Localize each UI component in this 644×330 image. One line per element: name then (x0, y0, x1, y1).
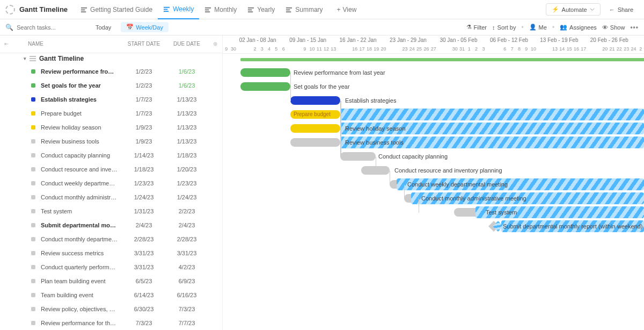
task-row[interactable]: Review performance for the last 6 ...7/3… (0, 316, 222, 330)
task-due-date[interactable]: 1/6/23 (165, 82, 208, 89)
task-start-date[interactable]: 3/31/23 (122, 250, 165, 256)
collapse-icon[interactable]: ⇤ (0, 41, 13, 47)
task-due-date[interactable]: 1/23/23 (165, 180, 208, 186)
task-row[interactable]: Review business tools1/9/231/13/23 (0, 134, 222, 148)
task-start-date[interactable]: 2/28/23 (122, 236, 165, 242)
task-row[interactable]: Set goals for the year1/2/231/6/23 (0, 78, 222, 92)
search-box[interactable]: 🔍 (5, 24, 86, 31)
task-row[interactable]: Review performance from last year1/2/231… (0, 64, 222, 78)
tab-summary[interactable]: Summary (280, 0, 328, 19)
add-column-button[interactable]: ⊕ (208, 41, 222, 47)
task-row[interactable]: Conduct capacity planning1/14/231/18/23 (0, 148, 222, 162)
task-start-date[interactable]: 1/7/23 (122, 96, 165, 103)
task-due-date[interactable]: 1/13/23 (165, 96, 208, 103)
task-row[interactable]: Review policy, objectives, and busi...6/… (0, 302, 222, 316)
col-due-header[interactable]: Due Date (165, 41, 208, 47)
task-name[interactable]: Conduct resource and inventory pl... (41, 166, 122, 173)
gantt-bar[interactable] (290, 124, 340, 133)
task-start-date[interactable]: 1/14/23 (122, 152, 165, 159)
task-name[interactable]: Plan team building event (41, 278, 122, 284)
tab-weekly[interactable]: Weekly (158, 0, 199, 19)
task-due-date[interactable]: 3/31/23 (165, 250, 208, 256)
task-due-date[interactable]: 1/6/23 (165, 68, 208, 75)
task-due-date[interactable]: 7/7/23 (165, 320, 208, 326)
task-name[interactable]: Conduct weekly departmental me... (41, 180, 122, 186)
task-due-date[interactable]: 1/18/23 (165, 152, 208, 159)
show-button[interactable]: 👁Show (602, 24, 625, 31)
filter-button[interactable]: ⚗Filter (466, 24, 487, 31)
task-row[interactable]: Conduct monthly departmental m...2/28/23… (0, 232, 222, 246)
task-start-date[interactable]: 1/7/23 (122, 110, 165, 117)
task-start-date[interactable]: 6/30/23 (122, 306, 165, 312)
task-due-date[interactable]: 1/13/23 (165, 138, 208, 145)
task-due-date[interactable]: 4/2/23 (165, 264, 208, 270)
task-row[interactable]: Conduct weekly departmental me...1/23/23… (0, 176, 222, 190)
group-caret-icon[interactable]: ▾ (24, 56, 26, 61)
task-row[interactable]: Team building event6/14/236/16/23 (0, 288, 222, 302)
task-row[interactable]: Plan team building event6/5/236/9/23 (0, 274, 222, 288)
task-due-date[interactable]: 2/2/23 (165, 208, 208, 214)
task-start-date[interactable]: 1/24/23 (122, 194, 165, 200)
gantt-bar[interactable]: Prepare budget (290, 110, 340, 119)
task-due-date[interactable]: 2/28/23 (165, 236, 208, 242)
me-button[interactable]: 👤Me (529, 24, 547, 31)
task-due-date[interactable]: 1/20/23 (165, 166, 208, 173)
task-name[interactable]: Review policy, objectives, and busi... (41, 306, 122, 312)
task-name[interactable]: Test system (41, 208, 122, 214)
task-start-date[interactable]: 1/9/23 (122, 124, 165, 131)
gantt-bar[interactable] (290, 138, 340, 147)
today-button[interactable]: Today (91, 23, 115, 32)
task-name[interactable]: Review success metrics (41, 250, 122, 256)
tab-yearly[interactable]: Yearly (242, 0, 280, 19)
task-start-date[interactable]: 1/2/23 (122, 82, 165, 89)
task-start-date[interactable]: 7/3/23 (122, 320, 165, 326)
task-name[interactable]: Conduct monthly departmental m... (41, 236, 122, 242)
tab-monthly[interactable]: Monthly (199, 0, 242, 19)
task-due-date[interactable]: 1/24/23 (165, 194, 208, 200)
gantt-bar[interactable] (240, 68, 290, 77)
task-name[interactable]: Team building event (41, 292, 122, 298)
task-name[interactable]: Submit departmental monthly re... (41, 222, 122, 228)
task-name[interactable]: Review performance for the last 6 ... (41, 320, 122, 326)
task-start-date[interactable]: 1/9/23 (122, 138, 165, 145)
task-start-date[interactable]: 6/5/23 (122, 278, 165, 284)
task-row[interactable]: Review success metrics3/31/233/31/23 (0, 246, 222, 260)
task-start-date[interactable]: 3/31/23 (122, 264, 165, 270)
task-name[interactable]: Conduct capacity planning (41, 152, 122, 159)
task-due-date[interactable]: 1/13/23 (165, 110, 208, 117)
task-row[interactable]: Conduct quarterly performance m...3/31/2… (0, 260, 222, 274)
task-due-date[interactable]: 6/9/23 (165, 278, 208, 284)
weekday-toggle[interactable]: 📅 Week/Day (121, 22, 169, 32)
task-due-date[interactable]: 6/16/23 (165, 292, 208, 298)
group-row[interactable]: ▾ Gantt Timeline (0, 53, 222, 64)
automate-button[interactable]: ⚡ Automate (546, 3, 601, 16)
task-row[interactable]: Test system1/31/232/2/23 (0, 204, 222, 218)
task-due-date[interactable]: 2/4/23 (165, 222, 208, 228)
task-start-date[interactable]: 6/14/23 (122, 292, 165, 298)
task-name[interactable]: Prepare budget (41, 110, 122, 117)
col-start-header[interactable]: Start Date (122, 41, 165, 47)
search-input[interactable] (17, 24, 91, 31)
timeline-panel[interactable]: 02 Jan - 08 Jan09 Jan - 15 Jan16 Jan - 2… (223, 35, 644, 330)
task-row[interactable]: Submit departmental monthly re...2/4/232… (0, 218, 222, 232)
tab-getting-started-guide[interactable]: Getting Started Guide (75, 0, 158, 19)
share-button[interactable]: ← Share (604, 4, 639, 15)
task-start-date[interactable]: 1/31/23 (122, 208, 165, 214)
gantt-bar[interactable] (290, 96, 340, 105)
task-row[interactable]: Conduct monthly administrative m...1/24/… (0, 190, 222, 204)
task-name[interactable]: Review performance from last year (41, 68, 122, 75)
task-name[interactable]: Establish strategies (41, 96, 122, 103)
task-name[interactable]: Conduct monthly administrative m... (41, 194, 122, 200)
task-start-date[interactable]: 1/23/23 (122, 180, 165, 186)
task-due-date[interactable]: 7/3/23 (165, 306, 208, 312)
gantt-bar[interactable] (340, 152, 376, 161)
task-name[interactable]: Review holiday season (41, 124, 122, 131)
add-view-button[interactable]: + View (332, 0, 362, 19)
task-name[interactable]: Review business tools (41, 138, 122, 145)
task-name[interactable]: Set goals for the year (41, 82, 122, 89)
task-due-date[interactable]: 1/13/23 (165, 124, 208, 131)
task-row[interactable]: Conduct resource and inventory pl...1/18… (0, 162, 222, 176)
task-row[interactable]: Review holiday season1/9/231/13/23 (0, 120, 222, 134)
task-name[interactable]: Conduct quarterly performance m... (41, 264, 122, 270)
more-menu[interactable]: ••• (630, 24, 639, 31)
